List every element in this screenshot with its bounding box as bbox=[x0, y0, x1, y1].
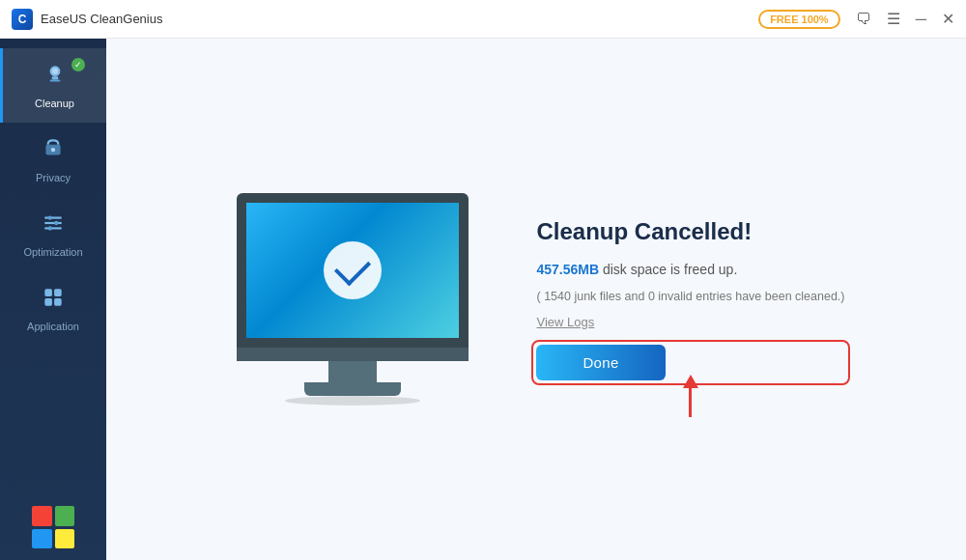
desc-part3: invalid entries have been cleaned.) bbox=[658, 290, 844, 303]
win11-logo bbox=[32, 506, 74, 548]
app-icon: C bbox=[12, 9, 33, 30]
minimize-icon[interactable]: ─ bbox=[916, 12, 926, 27]
win11-square-green bbox=[55, 506, 75, 526]
cleanup-label: Cleanup bbox=[35, 98, 74, 109]
content-area: Cleanup Cancelled! 457.56MB disk space i… bbox=[106, 39, 966, 560]
monitor-screen bbox=[237, 193, 469, 348]
done-button-wrap: Done bbox=[536, 345, 844, 380]
sidebar-item-optimization[interactable]: Optimization bbox=[0, 197, 106, 271]
result-sub-description: ( 1540 junk files and 0 invalid entries … bbox=[536, 290, 844, 303]
result-panel: Cleanup Cancelled! 457.56MB disk space i… bbox=[536, 218, 844, 380]
svg-rect-2 bbox=[51, 76, 58, 79]
invalid-count: 0 bbox=[648, 290, 655, 303]
window-controls: 🗨 ☰ ─ ✕ bbox=[856, 12, 954, 27]
win11-square-blue bbox=[32, 529, 52, 549]
sidebar-item-application[interactable]: Application bbox=[0, 271, 106, 346]
content-inner: Cleanup Cancelled! 457.56MB disk space i… bbox=[227, 193, 844, 406]
arrow-line bbox=[689, 388, 692, 417]
win11-square-red bbox=[32, 506, 52, 526]
result-title: Cleanup Cancelled! bbox=[536, 218, 844, 245]
titlebar: C EaseUS CleanGenius FREE 100% 🗨 ☰ ─ ✕ bbox=[0, 0, 966, 39]
svg-point-11 bbox=[48, 226, 52, 230]
app-title: EaseUS CleanGenius bbox=[41, 12, 162, 26]
done-button[interactable]: Done bbox=[536, 345, 665, 380]
monitor-stand-top bbox=[328, 361, 377, 382]
cleanup-icon bbox=[43, 62, 68, 93]
monitor-stand-base bbox=[304, 382, 401, 396]
optimization-label: Optimization bbox=[23, 246, 82, 258]
message-icon[interactable]: 🗨 bbox=[856, 12, 871, 27]
arrow-head bbox=[683, 375, 698, 388]
checkmark-circle bbox=[324, 241, 382, 299]
sidebar: ✓ Cleanup Privacy bbox=[0, 39, 106, 560]
svg-rect-15 bbox=[54, 298, 62, 306]
svg-point-9 bbox=[48, 215, 52, 219]
svg-point-5 bbox=[51, 148, 55, 152]
sidebar-item-privacy[interactable]: Privacy bbox=[0, 123, 106, 197]
arrow-annotation bbox=[683, 375, 698, 417]
application-label: Application bbox=[27, 321, 79, 332]
freed-size: 457.56MB bbox=[536, 262, 599, 277]
app-logo: C EaseUS CleanGenius bbox=[12, 9, 162, 30]
paren-open: ( bbox=[536, 290, 540, 303]
desc-part2: junk files and bbox=[574, 290, 647, 303]
main-layout: ✓ Cleanup Privacy bbox=[0, 39, 966, 560]
svg-point-10 bbox=[54, 221, 58, 225]
free-badge[interactable]: FREE 100% bbox=[758, 10, 840, 29]
monitor bbox=[227, 193, 478, 406]
svg-rect-12 bbox=[44, 289, 52, 296]
cleanup-badge: ✓ bbox=[71, 58, 85, 71]
svg-point-1 bbox=[51, 69, 58, 75]
optimization-icon bbox=[41, 210, 66, 241]
svg-rect-3 bbox=[49, 79, 60, 81]
sidebar-item-cleanup[interactable]: ✓ Cleanup bbox=[0, 48, 106, 123]
monitor-shadow bbox=[285, 396, 420, 406]
privacy-icon bbox=[41, 136, 66, 167]
svg-rect-13 bbox=[54, 289, 62, 296]
result-description: 457.56MB disk space is freed up. bbox=[536, 259, 844, 280]
menu-icon[interactable]: ☰ bbox=[887, 12, 900, 27]
junk-count: 1540 bbox=[544, 290, 571, 303]
monitor-illustration bbox=[227, 193, 478, 406]
win11-square-yellow bbox=[55, 529, 75, 549]
svg-rect-14 bbox=[44, 298, 52, 306]
application-icon bbox=[41, 285, 66, 316]
view-logs-link[interactable]: View Logs bbox=[536, 315, 844, 329]
privacy-label: Privacy bbox=[36, 172, 71, 183]
desc-part1: disk space is freed up. bbox=[603, 262, 737, 277]
monitor-body bbox=[237, 348, 469, 361]
close-icon[interactable]: ✕ bbox=[942, 12, 954, 27]
